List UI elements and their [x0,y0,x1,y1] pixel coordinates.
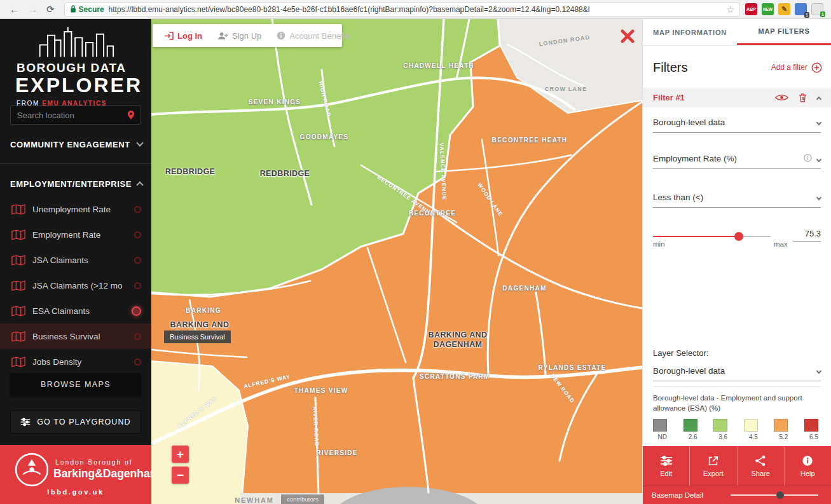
add-filter-button[interactable]: Add a filter [771,62,822,73]
sidebar-item-jsa-claimants-12mo[interactable]: JSA Claimants (>12 mo [0,273,151,298]
tab-map-filters[interactable]: MAP FILTERS [737,19,831,45]
share-icon [754,455,767,467]
map-icon [11,204,25,215]
sidebar-item-label: Jobs Density [32,357,127,367]
reload-button[interactable]: ⟳ [46,4,55,15]
zoom-in-button[interactable]: + [172,446,189,463]
trash-icon[interactable] [799,93,807,102]
legend-value: 6.5 [804,433,818,440]
url-text: https://lbbd.emu-analytics.net/view/bc80… [109,5,723,14]
layer-value: Borough-level data [653,366,725,376]
map-attribution[interactable]: contributors [281,494,324,504]
legend-value: 5.2 [774,433,788,440]
forward-button[interactable]: → [28,4,38,15]
browse-maps-button[interactable]: BROWSE MAPS [10,373,141,395]
eye-icon[interactable] [775,93,788,102]
sliders-icon [20,418,31,426]
layer-radio-selected[interactable] [132,306,141,316]
layer-radio[interactable] [134,358,141,365]
section-employment-enterprise[interactable]: EMPLOYMENT/ENTERPRISE [10,174,142,193]
operator-dropdown[interactable]: Less than (<) [653,193,821,208]
sidebar-item-jobs-density[interactable]: Jobs Density [0,349,151,374]
share-button[interactable]: Share [738,446,785,486]
collapse-filter-icon[interactable] [816,96,821,101]
slider-handle[interactable] [734,232,743,241]
dataset-dropdown[interactable]: Borough-level data [653,118,821,133]
layer-tooltip: Business Survival [164,330,231,343]
search-input[interactable] [11,111,127,120]
tab-map-information[interactable]: MAP INFORMATION [643,19,737,45]
sidebar-item-label: Unemployment Rate [32,205,127,214]
legend-title: Borough-level data - Employment and supp… [653,393,821,413]
person-plus-icon [217,32,228,40]
layer-radio[interactable] [134,333,141,340]
operator-value: Less than (<) [653,193,703,202]
address-bar[interactable]: Secure https://lbbd.emu-analytics.net/vi… [64,3,740,17]
new-extension-icon[interactable]: NEW [762,3,774,15]
extension-badge: 1 [820,11,825,17]
zoom-out-button[interactable]: − [172,467,189,484]
close-panel-icon[interactable] [619,28,636,44]
sidebar-item-jsa-claimants[interactable]: JSA Claimants [0,247,151,273]
chevron-down-icon [816,120,821,125]
section-label: EMPLOYMENT/ENTERPRISE [10,179,132,189]
skyline-logo-icon [37,23,114,60]
sidebar-item-employment-rate[interactable]: Employment Rate [0,222,151,247]
layer-radio[interactable] [134,231,141,238]
go-to-playground-button[interactable]: GO TO PLAYGROUND [10,411,141,433]
sliders-icon [660,455,673,467]
legend-swatch [713,419,727,432]
help-label: Help [800,470,815,477]
layer-radio[interactable] [134,206,141,213]
legend-value: 4.5 [744,433,758,440]
layer-radio[interactable] [134,282,141,289]
right-panel: MAP INFORMATION MAP FILTERS Filters Add … [642,19,831,504]
login-label: Log In [177,31,202,41]
sidebar-item-unemployment-rate[interactable]: Unemployment Rate [0,196,151,222]
footer-line2: Barking&Dagenham [53,467,160,480]
layer-dropdown[interactable]: Borough-level data [653,366,821,381]
basemap-detail-bar: Basemap Detail [643,486,831,504]
filters-header: Filters Add a filter [653,56,822,79]
metric-dropdown[interactable]: Employment Rate (%) [653,154,821,169]
legend-entry: 5.2 [774,419,790,440]
grid-extension-icon[interactable]: 1 [811,3,823,15]
chevron-down-icon [136,139,143,146]
search-location [10,106,141,125]
map-canvas[interactable] [151,19,642,504]
blue-extension-icon[interactable]: 1 [795,3,807,15]
map-icon [11,331,25,342]
location-pin-icon[interactable] [127,110,135,120]
layer-selector-label: Layer Selector: [653,348,708,358]
bookmark-star-icon[interactable]: ☆ [726,4,734,15]
legend-swatch [774,419,788,432]
sidebar-item-business-survival[interactable]: Business Survival [0,324,151,349]
back-button[interactable]: ← [10,4,19,15]
info-icon [804,154,812,162]
layer-radio[interactable] [134,257,141,264]
legend-swatches: ND 2.6 3.6 4.5 5.2 [653,419,821,440]
lbbd-crest-icon [14,452,50,487]
legend-entry: 6.5 [804,419,821,440]
account-benefits-button[interactable]: Account Benefits [277,31,352,41]
lbbd-footer: London Borough of Barking&Dagenham lbbd.… [0,445,151,504]
help-button[interactable]: Help [785,446,831,486]
filter-1-bar: Filter #1 [643,88,831,107]
edit-button[interactable]: Edit [643,446,690,486]
filter-slider-track[interactable] [653,236,771,237]
app-window: ← → ⟳ Secure https://lbbd.emu-analytics.… [0,0,831,504]
export-button[interactable]: Export [690,446,737,486]
signup-button[interactable]: Sign Up [217,31,261,41]
sidebar-item-esa-claimants[interactable]: ESA Claimants [0,298,151,324]
filter-value-input[interactable]: 75.3 [793,229,821,242]
info-icon [277,31,285,40]
section-community-engagement[interactable]: COMMUNITY ENGAGEMENT [10,135,142,154]
basemap-detail-slider[interactable] [731,494,818,496]
extension-badge: 1 [804,12,809,18]
adblock-extension-icon[interactable]: ABP [745,3,757,15]
login-button[interactable]: Log In [164,31,202,41]
basemap-slider-handle[interactable] [776,491,784,499]
pencil-extension-icon[interactable]: ✎ [778,3,790,15]
section-label: COMMUNITY ENGAGEMENT [10,140,130,149]
legend-value: 2.6 [683,433,697,440]
